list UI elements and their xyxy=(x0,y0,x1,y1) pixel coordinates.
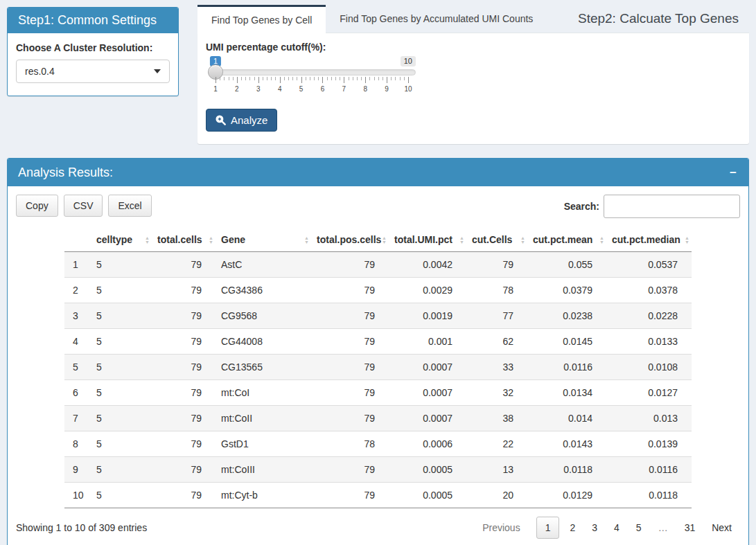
cell-total.cells: 79 xyxy=(152,483,216,508)
slider-tick-label: 7 xyxy=(342,85,346,93)
cell-cut.pct.median: 0.013 xyxy=(606,406,692,431)
slider-tick-label: 1 xyxy=(213,85,218,93)
column-header-label: total.cells xyxy=(157,234,202,245)
column-header-Gene[interactable]: Gene▲▼ xyxy=(216,229,311,252)
column-header-label: cut.Cells xyxy=(472,234,512,245)
search-input[interactable] xyxy=(604,195,740,218)
cell-cut.pct.median: 0.0228 xyxy=(606,303,692,329)
table-row[interactable]: 7579mt:CoII790.0007380.0140.013 xyxy=(64,406,692,431)
cell-Gene: mt:Cyt-b xyxy=(216,483,311,508)
collapse-minus-icon[interactable]: − xyxy=(728,167,738,179)
cell-total.cells: 79 xyxy=(152,457,216,483)
column-header-total.UMI.pct[interactable]: total.UMI.pct▲▼ xyxy=(389,229,466,252)
step1-title: Step1: Common Settings xyxy=(18,13,157,28)
cell-cut.pct.mean: 0.0118 xyxy=(527,457,606,483)
page-button-2[interactable]: 2 xyxy=(561,517,583,538)
slider-track[interactable] xyxy=(208,69,416,75)
cell-cut.pct.median: 0.0139 xyxy=(606,431,692,457)
cell-total.pos.cells: 79 xyxy=(311,483,389,508)
results-table: celltype▲▼total.cells▲▼Gene▲▼total.pos.c… xyxy=(64,229,692,508)
sort-icons: ▲▼ xyxy=(304,236,309,244)
column-header-cut.pct.mean[interactable]: cut.pct.mean▲▼ xyxy=(527,229,606,252)
cell-row-index: 10 xyxy=(64,483,91,508)
column-header-cut.Cells[interactable]: cut.Cells▲▼ xyxy=(466,229,527,252)
step2-panel: Find Top Genes by Cell Find Top Genes by… xyxy=(197,5,749,144)
cell-cut.Cells: 22 xyxy=(466,431,527,457)
table-row[interactable]: 5579CG13565790.0007330.01160.0108 xyxy=(64,355,692,380)
search-plus-icon xyxy=(216,115,226,125)
results-table-head-row: celltype▲▼total.cells▲▼Gene▲▼total.pos.c… xyxy=(64,229,692,252)
csv-button[interactable]: CSV xyxy=(64,195,103,217)
tab-find-top-genes-by-cell[interactable]: Find Top Genes by Cell xyxy=(197,5,326,33)
column-header-cut.pct.median[interactable]: cut.pct.median▲▼ xyxy=(606,229,692,252)
previous-page-button[interactable]: Previous xyxy=(474,517,528,538)
slider-minor-tick xyxy=(378,77,379,80)
cell-row-index: 7 xyxy=(64,406,91,431)
slider-minor-tick xyxy=(267,77,267,80)
slider-tick-label: 9 xyxy=(385,85,389,93)
pagination: Previous12345…31Next xyxy=(474,517,740,539)
table-row[interactable]: 1579AstC790.0042790.0550.0537 xyxy=(64,252,692,278)
cell-cut.pct.mean: 0.0134 xyxy=(527,380,606,406)
table-row[interactable]: 6579mt:CoI790.0007320.01340.0127 xyxy=(64,380,692,406)
page-button-31[interactable]: 31 xyxy=(676,517,704,538)
tab-find-top-genes-by-accumulated-umi[interactable]: Find Top Genes by Accumulated UMI Counts xyxy=(326,5,547,33)
excel-button[interactable]: Excel xyxy=(108,195,151,217)
table-row[interactable]: 10579mt:Cyt-b790.0005200.01290.0118 xyxy=(64,483,692,508)
column-header-index xyxy=(64,229,91,252)
slider-minor-tick xyxy=(404,77,405,80)
sort-desc-icon: ▼ xyxy=(304,240,309,244)
cell-cut.Cells: 38 xyxy=(466,406,527,431)
cell-row-index: 1 xyxy=(64,252,91,278)
cell-total.UMI.pct: 0.0007 xyxy=(389,380,466,406)
sort-icons: ▲▼ xyxy=(599,236,604,244)
slider-minor-tick xyxy=(400,77,401,80)
cell-cut.Cells: 78 xyxy=(466,278,527,303)
step2-title: Step2: Calcuate Top Genes xyxy=(578,5,739,33)
page-button-5[interactable]: 5 xyxy=(628,517,650,538)
export-buttons: Copy CSV Excel xyxy=(16,195,152,217)
cell-celltype: 5 xyxy=(91,457,152,483)
analyze-button[interactable]: Analyze xyxy=(206,109,277,132)
cell-celltype: 5 xyxy=(91,252,152,278)
cluster-resolution-select[interactable]: res.0.4 xyxy=(16,60,170,83)
column-header-label: cut.pct.median xyxy=(612,234,680,245)
cell-celltype: 5 xyxy=(91,278,152,303)
slider-minor-tick xyxy=(263,77,263,80)
page-button-3[interactable]: 3 xyxy=(583,517,606,538)
page-button-1[interactable]: 1 xyxy=(536,517,560,539)
table-toolbar: Copy CSV Excel Search: xyxy=(16,195,740,218)
umi-cutoff-slider: 1 10 12345678910 xyxy=(208,69,416,75)
column-header-total.pos.cells[interactable]: total.pos.cells▲▼ xyxy=(311,229,389,252)
column-header-celltype[interactable]: celltype▲▼ xyxy=(91,229,152,252)
cell-row-index: 4 xyxy=(64,329,91,355)
slider-tick-label: 2 xyxy=(235,85,239,93)
cell-row-index: 6 xyxy=(64,380,91,406)
slider-major-tick xyxy=(344,77,344,83)
column-header-total.cells[interactable]: total.cells▲▼ xyxy=(152,229,216,252)
table-row[interactable]: 2579CG34386790.0029780.03790.0378 xyxy=(64,278,692,303)
table-row[interactable]: 4579CG44008790.001620.01450.0133 xyxy=(64,329,692,355)
cell-total.pos.cells: 79 xyxy=(311,406,389,431)
copy-button[interactable]: Copy xyxy=(16,195,58,217)
table-row[interactable]: 8579GstD1780.0006220.01430.0139 xyxy=(64,431,692,457)
cell-cut.Cells: 13 xyxy=(466,457,527,483)
cell-total.UMI.pct: 0.0005 xyxy=(389,457,466,483)
table-row[interactable]: 3579CG9568790.0019770.02380.0228 xyxy=(64,303,692,329)
cell-cut.pct.mean: 0.014 xyxy=(527,406,606,431)
slider-major-tick xyxy=(322,77,323,83)
page-button-4[interactable]: 4 xyxy=(606,517,628,538)
slider-minor-tick xyxy=(374,77,375,80)
cell-cut.Cells: 62 xyxy=(466,329,527,355)
cell-cut.Cells: 32 xyxy=(466,380,527,406)
slider-tick-label: 8 xyxy=(363,85,367,93)
cell-total.UMI.pct: 0.0006 xyxy=(389,431,466,457)
slider-major-tick xyxy=(237,77,238,83)
cell-total.pos.cells: 79 xyxy=(311,457,389,483)
search-area: Search: xyxy=(564,195,740,218)
cell-cut.Cells: 33 xyxy=(466,355,527,380)
cell-total.UMI.pct: 0.0019 xyxy=(389,303,466,329)
table-row[interactable]: 9579mt:CoIII790.0005130.01180.0116 xyxy=(64,457,692,483)
slider-major-tick xyxy=(387,77,387,83)
next-page-button[interactable]: Next xyxy=(703,517,740,538)
